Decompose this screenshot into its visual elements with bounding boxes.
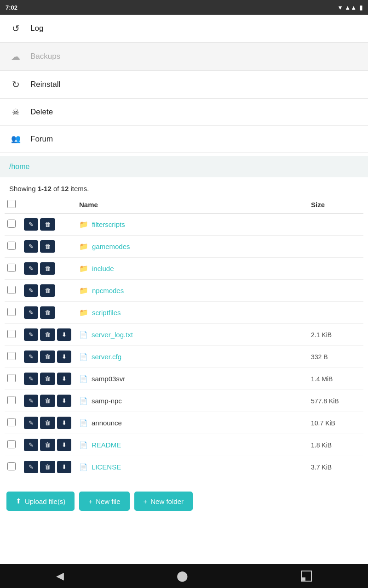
status-bar: 7:02 ▾ ▲▲ ▮ [0, 0, 368, 15]
delete-button[interactable]: 🗑 [40, 240, 55, 253]
file-size [308, 236, 363, 258]
file-name-text[interactable]: LICENSE [92, 463, 121, 471]
recent-button[interactable]: ▪ [301, 571, 312, 582]
edit-button[interactable]: ✎ [24, 284, 38, 297]
content-area: ↺ Log ☁ Backups ↻ Reinstall ☠ Delete 👥 F… [0, 15, 368, 564]
row-checkbox[interactable] [7, 396, 16, 404]
menu-item-backups[interactable]: ☁ Backups [0, 43, 368, 71]
delete-button[interactable]: 🗑 [40, 306, 55, 319]
menu-label-forum: Forum [30, 135, 53, 144]
reinstall-icon: ↻ [9, 79, 22, 90]
delete-button[interactable]: 🗑 [40, 417, 55, 429]
new-folder-button[interactable]: + New folder [134, 492, 193, 511]
table-row: ✎🗑⬇📄announce10.7 KiB [5, 412, 363, 434]
menu-item-reinstall[interactable]: ↻ Reinstall [0, 71, 368, 99]
new-folder-label: New folder [150, 498, 184, 505]
menu-label-reinstall: Reinstall [30, 80, 60, 89]
delete-button[interactable]: 🗑 [40, 262, 55, 275]
table-row: ✎🗑⬇📄README1.8 KiB [5, 434, 363, 456]
file-name-text[interactable]: samp03svr [92, 375, 125, 383]
new-file-label: New file [96, 498, 120, 505]
edit-button[interactable]: ✎ [24, 218, 38, 231]
file-size [308, 280, 363, 302]
row-checkbox[interactable] [7, 374, 16, 382]
file-icon: 📄 [79, 397, 88, 405]
delete-button[interactable]: 🗑 [40, 351, 55, 363]
row-checkbox[interactable] [7, 418, 16, 426]
menu-label-delete: Delete [30, 107, 53, 117]
download-button[interactable]: ⬇ [57, 461, 71, 473]
delete-icon: ☠ [9, 107, 22, 117]
signal-icon: ▲▲ [345, 4, 356, 11]
delete-button[interactable]: 🗑 [40, 328, 55, 341]
new-file-button[interactable]: + New file [79, 492, 129, 511]
download-button[interactable]: ⬇ [57, 439, 71, 451]
download-button[interactable]: ⬇ [57, 395, 71, 407]
folder-icon: 📁 [79, 220, 88, 229]
delete-button[interactable]: 🗑 [40, 439, 55, 451]
edit-button[interactable]: ✎ [24, 306, 38, 319]
file-icon: 📄 [79, 331, 88, 339]
delete-button[interactable]: 🗑 [40, 461, 55, 473]
row-checkbox[interactable] [7, 220, 16, 228]
file-name-text[interactable]: include [92, 265, 114, 272]
edit-button[interactable]: ✎ [24, 417, 38, 429]
edit-button[interactable]: ✎ [24, 262, 38, 275]
table-row: ✎🗑⬇📄samp-npc577.8 KiB [5, 390, 363, 412]
file-name-text[interactable]: scriptfiles [92, 309, 121, 317]
delete-button[interactable]: 🗑 [40, 373, 55, 385]
delete-button[interactable]: 🗑 [40, 284, 55, 297]
edit-button[interactable]: ✎ [24, 461, 38, 473]
file-name-text[interactable]: announce [92, 419, 122, 427]
row-checkbox[interactable] [7, 440, 16, 448]
menu-item-delete[interactable]: ☠ Delete [0, 99, 368, 126]
edit-button[interactable]: ✎ [24, 395, 38, 407]
file-name-text[interactable]: server.cfg [92, 353, 121, 361]
path-bar: /home [0, 156, 368, 177]
row-checkbox[interactable] [7, 462, 16, 470]
edit-button[interactable]: ✎ [24, 373, 38, 385]
file-size: 3.7 KiB [308, 456, 363, 478]
row-checkbox[interactable] [7, 242, 16, 250]
file-name-text[interactable]: samp-npc [92, 397, 122, 405]
showing-text: Showing 1-12 of 12 items. [5, 179, 363, 196]
file-size: 2.1 KiB [308, 324, 363, 346]
edit-button[interactable]: ✎ [24, 240, 38, 253]
file-name-text[interactable]: gamemodes [92, 243, 130, 250]
table-row: ✎🗑📁gamemodes [5, 236, 363, 258]
delete-button[interactable]: 🗑 [40, 395, 55, 407]
row-checkbox[interactable] [7, 286, 16, 294]
delete-button[interactable]: 🗑 [40, 218, 55, 231]
select-all-checkbox[interactable] [7, 200, 16, 208]
file-icon: 📄 [79, 419, 88, 427]
row-checkbox[interactable] [7, 264, 16, 272]
row-checkbox[interactable] [7, 308, 16, 316]
table-row: ✎🗑📁npcmodes [5, 280, 363, 302]
download-button[interactable]: ⬇ [57, 373, 71, 385]
file-size: 10.7 KiB [308, 412, 363, 434]
menu-item-forum[interactable]: 👥 Forum [0, 126, 368, 153]
android-nav-bar: ◀ ⬤ ▪ [0, 564, 368, 588]
row-checkbox[interactable] [7, 352, 16, 360]
home-button[interactable]: ⬤ [177, 570, 188, 582]
file-name-text[interactable]: README [92, 441, 121, 449]
edit-button[interactable]: ✎ [24, 351, 38, 363]
download-button[interactable]: ⬇ [57, 351, 71, 363]
file-name-text[interactable]: server_log.txt [92, 331, 133, 339]
file-name-text[interactable]: filterscripts [92, 220, 125, 228]
edit-button[interactable]: ✎ [24, 328, 38, 341]
file-size: 577.8 KiB [308, 390, 363, 412]
upload-label: Upload file(s) [25, 498, 65, 505]
row-checkbox[interactable] [7, 330, 16, 338]
column-size-header: Size [311, 201, 325, 209]
menu-item-log[interactable]: ↺ Log [0, 15, 368, 43]
download-button[interactable]: ⬇ [57, 417, 71, 429]
upload-button[interactable]: ⬆ Upload file(s) [6, 492, 75, 511]
download-button[interactable]: ⬇ [57, 328, 71, 341]
battery-icon: ▮ [359, 4, 362, 11]
table-row: ✎🗑📁include [5, 258, 363, 280]
back-button[interactable]: ◀ [56, 570, 64, 582]
edit-button[interactable]: ✎ [24, 439, 38, 451]
file-name-text[interactable]: npcmodes [92, 287, 124, 294]
file-size [308, 258, 363, 280]
